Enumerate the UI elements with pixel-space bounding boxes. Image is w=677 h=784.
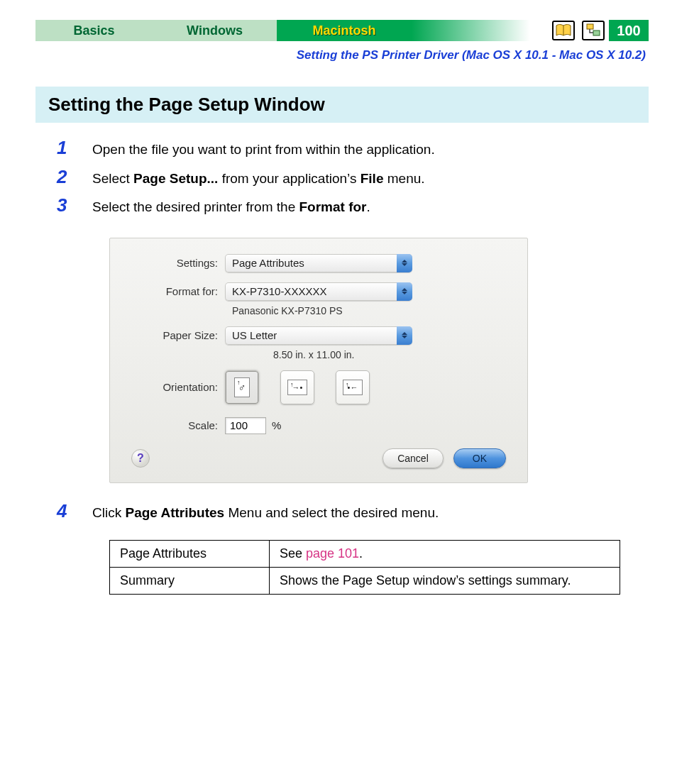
format-for-subtext: Panasonic KX-P7310 PS <box>232 305 506 316</box>
format-for-select[interactable]: KX-P7310-XXXXXX <box>225 282 412 301</box>
network-icon[interactable] <box>582 21 605 40</box>
page-setup-dialog: Settings: Page Attributes Format for: KX… <box>109 238 528 483</box>
label-scale: Scale: <box>131 419 225 431</box>
step-text: Click Page Attributes Menu and select th… <box>92 503 649 524</box>
table-cell: See page 101. <box>270 541 620 568</box>
tab-basics[interactable]: Basics <box>35 20 153 41</box>
landscape-page-icon: →• ↑ <box>287 380 307 395</box>
ok-button[interactable]: OK <box>453 448 506 468</box>
settings-select[interactable]: Page Attributes <box>225 254 412 272</box>
scale-unit: % <box>272 419 281 431</box>
orientation-landscape-rev-button[interactable]: •← ↑ <box>336 370 370 404</box>
dropdown-arrows-icon <box>397 254 412 272</box>
portrait-page-icon: ♂︎ ↑ <box>234 377 250 397</box>
landscape-rev-page-icon: •← ↑ <box>343 380 363 395</box>
cancel-button[interactable]: Cancel <box>382 448 444 468</box>
page-number: 100 <box>609 20 649 41</box>
tab-macintosh[interactable]: Macintosh <box>277 20 412 41</box>
orientation-landscape-button[interactable]: →• ↑ <box>280 370 314 404</box>
header-tabs: Basics Windows Macintosh 100 <box>35 20 649 41</box>
step-2: 2 Select Page Setup... from your applica… <box>57 166 649 189</box>
step-1: 1 Open the file you want to print from w… <box>57 137 649 160</box>
tab-windows[interactable]: Windows <box>153 20 277 41</box>
dropdown-arrows-icon <box>397 326 412 345</box>
paper-size-subtext: 8.50 in. x 11.00 in. <box>273 349 506 360</box>
step-number: 2 <box>57 166 92 188</box>
help-button[interactable]: ? <box>131 449 150 468</box>
svg-rect-1 <box>587 24 593 29</box>
orientation-portrait-button[interactable]: ♂︎ ↑ <box>225 370 259 404</box>
step-number: 1 <box>57 137 92 159</box>
table-row: Page Attributes See page 101. <box>110 541 620 568</box>
dropdown-arrows-icon <box>397 282 412 301</box>
step-4: 4 Click Page Attributes Menu and select … <box>57 500 649 524</box>
label-orientation: Orientation: <box>131 381 225 393</box>
page-link[interactable]: page 101 <box>306 546 359 561</box>
step-number: 4 <box>57 500 92 522</box>
table-row: Summary Shows the Page Setup window’s se… <box>110 568 620 595</box>
section-title: Setting the Page Setup Window <box>35 87 649 123</box>
step-text: Select Page Setup... from your applicati… <box>92 169 649 189</box>
table-cell: Summary <box>110 568 270 595</box>
svg-rect-2 <box>593 31 600 35</box>
scale-input[interactable] <box>225 417 266 434</box>
step-number: 3 <box>57 194 92 216</box>
table-cell: Page Attributes <box>110 541 270 568</box>
label-paper-size: Paper Size: <box>131 329 225 341</box>
table-cell: Shows the Page Setup window’s settings s… <box>270 568 620 595</box>
label-format-for: Format for: <box>131 285 225 297</box>
paper-size-select[interactable]: US Letter <box>225 326 412 345</box>
header-icon-area <box>412 20 609 41</box>
step-3: 3 Select the desired printer from the Fo… <box>57 194 649 218</box>
breadcrumb[interactable]: Setting the PS Printer Driver (Mac OS X … <box>35 48 649 62</box>
step-text: Select the desired printer from the Form… <box>92 197 649 218</box>
label-settings: Settings: <box>131 257 225 269</box>
menu-description-table: Page Attributes See page 101. Summary Sh… <box>109 540 620 595</box>
book-icon[interactable] <box>552 21 575 40</box>
step-text: Open the file you want to print from wit… <box>92 140 649 160</box>
